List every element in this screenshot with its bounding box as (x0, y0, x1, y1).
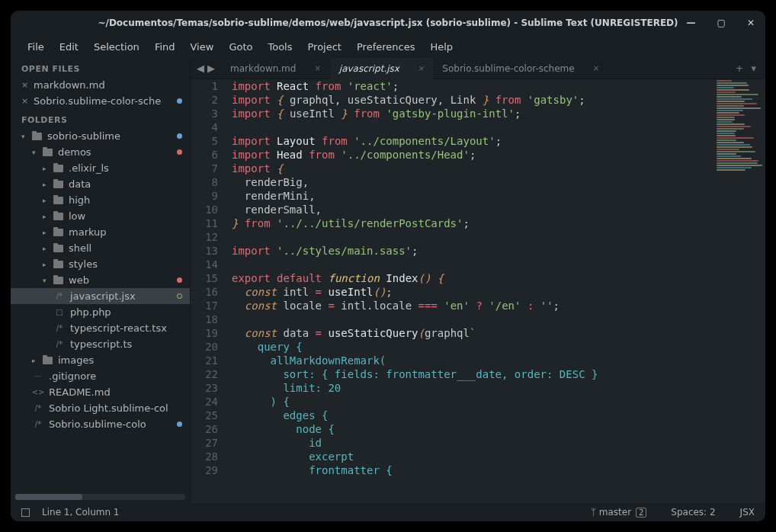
tab-forward-icon[interactable]: ▶ (207, 62, 215, 74)
tab-close-icon[interactable]: × (314, 64, 320, 72)
close-icon[interactable]: × (21, 96, 29, 106)
tab[interactable]: Sobrio.sublime-color-scheme× (433, 58, 608, 79)
minimap[interactable] (713, 79, 765, 503)
item-label: javascript.jsx (70, 290, 136, 302)
code-line: import '../styles/main.sass'; (232, 244, 713, 258)
branch-icon: ᛘ (591, 507, 596, 518)
file-item[interactable]: <>README.md (11, 384, 190, 400)
folder-item[interactable]: ▾web (11, 272, 190, 288)
chevron-icon: ▾ (32, 149, 40, 156)
file-item[interactable]: /*typescript.ts (11, 336, 190, 352)
line-number: 28 (191, 450, 218, 463)
menu-project[interactable]: Project (301, 38, 347, 56)
menu-find[interactable]: Find (149, 38, 181, 56)
line-number: 21 (191, 354, 218, 367)
file-item[interactable]: □php.php (11, 304, 190, 320)
folder-icon (30, 131, 43, 142)
close-icon[interactable]: ✕ (747, 18, 755, 28)
folder-item[interactable]: ▾demos (11, 144, 190, 160)
menu-help[interactable]: Help (424, 38, 459, 56)
file-label: Sobrio.sublime-color-sche (34, 95, 161, 107)
folder-item[interactable]: ▸styles (11, 256, 190, 272)
tab-back-icon[interactable]: ◀ (197, 62, 204, 74)
indent-status[interactable]: Spaces: 2 (671, 507, 715, 518)
code-line: import Head from '../components/Head'; (232, 148, 713, 162)
line-number: 10 (191, 203, 218, 216)
menu-selection[interactable]: Selection (88, 38, 146, 56)
file-icon: /* (53, 291, 66, 302)
tab-list-icon[interactable]: ▾ (751, 62, 756, 74)
menu-view[interactable]: View (184, 38, 220, 56)
code-line: const intl = useIntl(); (232, 285, 713, 299)
menu-file[interactable]: File (21, 38, 50, 56)
line-number: 26 (191, 422, 218, 436)
tab-close-icon[interactable]: × (593, 64, 599, 72)
code-line: allMarkdownRemark( (232, 354, 713, 367)
file-item[interactable]: ⋯.gitignore (11, 368, 190, 384)
menu-edit[interactable]: Edit (53, 38, 85, 56)
open-file-item[interactable]: ×markdown.md (11, 77, 190, 93)
sidebar-scrollbar[interactable] (15, 494, 185, 500)
tab-label: markdown.md (230, 63, 296, 74)
folder-icon (52, 195, 64, 206)
line-number: 9 (191, 189, 218, 203)
menu-preferences[interactable]: Preferences (351, 38, 421, 56)
item-label: php.php (70, 306, 111, 318)
code-line: frontmatter { (232, 463, 713, 477)
item-label: .gitignore (49, 370, 96, 382)
folder-item[interactable]: ▸.elixir_ls (11, 160, 190, 176)
item-label: styles (69, 258, 98, 270)
item-label: README.md (49, 386, 111, 398)
item-label: Sobrio Light.sublime-col (49, 402, 168, 414)
item-label: typescript.ts (70, 338, 132, 350)
code-line: edges { (232, 409, 713, 422)
minimize-icon[interactable]: — (687, 18, 696, 28)
new-tab-icon[interactable]: + (736, 62, 744, 74)
panel-switcher-icon[interactable] (21, 508, 30, 517)
folder-item[interactable]: ▸high (11, 192, 190, 208)
syntax-status[interactable]: JSX (740, 507, 755, 518)
menu-tools[interactable]: Tools (261, 38, 298, 56)
tab-close-icon[interactable]: × (418, 64, 424, 72)
line-number: 13 (191, 244, 218, 258)
line-number: 16 (191, 285, 218, 299)
code-line (232, 312, 713, 326)
folder-item[interactable]: ▾sobrio-sublime (11, 128, 190, 144)
file-icon: /* (53, 323, 66, 334)
item-label: high (69, 194, 90, 206)
code-line: renderSmall, (232, 203, 713, 216)
folder-item[interactable]: ▸markup (11, 224, 190, 240)
tab[interactable]: javascript.jsx× (330, 58, 433, 79)
item-label: markup (69, 226, 107, 238)
code-line: import React from 'react'; (232, 79, 713, 93)
item-label: Sobrio.sublime-colo (49, 418, 146, 430)
code-line: query { (232, 340, 713, 354)
chevron-icon: ▸ (43, 245, 50, 252)
file-item[interactable]: /*Sobrio Light.sublime-col (11, 400, 190, 416)
folders-header: Folders (11, 109, 190, 128)
editor[interactable]: 1234567891011121314151617181920212223242… (191, 79, 765, 503)
folder-item[interactable]: ▸shell (11, 240, 190, 256)
maximize-icon[interactable]: ▢ (717, 18, 726, 28)
file-item[interactable]: /*typescript-react.tsx (11, 320, 190, 336)
folder-item[interactable]: ▸data (11, 176, 190, 192)
menu-goto[interactable]: Goto (223, 38, 258, 56)
folder-item[interactable]: ▸low (11, 208, 190, 224)
code-line: node { (232, 422, 713, 436)
line-number: 17 (191, 299, 218, 312)
line-number: 12 (191, 230, 218, 244)
window-title: ~/Documentos/Temas/sobrio-sublime/demos/… (98, 18, 678, 28)
file-item[interactable]: /*javascript.jsx (11, 288, 190, 304)
code-line: import { useIntl } from 'gatsby-plugin-i… (232, 107, 713, 120)
open-files-header: Open Files (11, 58, 190, 77)
close-icon[interactable]: × (21, 80, 29, 90)
open-file-item[interactable]: ×Sobrio.sublime-color-sche (11, 93, 190, 109)
folder-item[interactable]: ▸images (11, 352, 190, 368)
git-branch[interactable]: ᛘ master 2 (591, 507, 646, 518)
line-number: 8 (191, 175, 218, 189)
file-item[interactable]: /*Sobrio.sublime-colo (11, 416, 190, 432)
chevron-icon: ▸ (43, 229, 50, 236)
code-area[interactable]: import React from 'react';import { graph… (226, 79, 713, 503)
chevron-icon: ▸ (43, 261, 50, 268)
tab[interactable]: markdown.md× (221, 58, 330, 79)
